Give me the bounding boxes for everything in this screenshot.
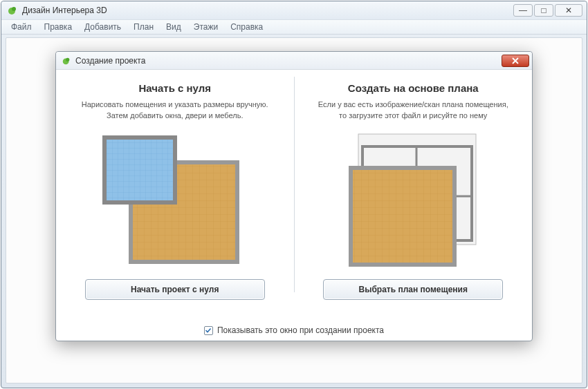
- close-button[interactable]: ✕: [555, 4, 582, 17]
- dialog-close-button[interactable]: [502, 55, 529, 67]
- menu-edit[interactable]: Правка: [39, 21, 78, 33]
- illustration-from-plan: [333, 131, 493, 269]
- maximize-button[interactable]: □: [534, 4, 553, 17]
- window-controls: — □ ✕: [513, 4, 582, 17]
- dialog-icon: [62, 56, 71, 66]
- show-on-create-label: Показывать это окно при создании проекта: [217, 325, 384, 335]
- menu-floors[interactable]: Этажи: [188, 21, 223, 33]
- svg-point-3: [66, 57, 69, 61]
- dialog-body: Начать с нуля Нарисовать помещения и ука…: [56, 70, 532, 320]
- app-title: Дизайн Интерьера 3D: [22, 6, 513, 15]
- close-icon: [512, 57, 519, 64]
- illustration-from-scratch: [95, 131, 255, 269]
- dialog-footer: Показывать это окно при создании проекта: [56, 320, 532, 341]
- heading-from-scratch: Начать с нуля: [138, 82, 211, 94]
- choose-plan-button[interactable]: Выбрать план помещения: [323, 279, 503, 300]
- svg-rect-17: [353, 170, 452, 263]
- desc-from-plan: Если у вас есть изображение/скан плана п…: [318, 99, 508, 122]
- panel-from-plan: Создать на основе плана Если у вас есть …: [295, 70, 533, 320]
- svg-point-1: [12, 7, 16, 11]
- menu-plan[interactable]: План: [128, 21, 159, 33]
- show-on-create-checkbox[interactable]: [204, 326, 213, 335]
- menu-file[interactable]: Файл: [6, 21, 37, 33]
- minimize-button[interactable]: —: [513, 4, 533, 17]
- svg-rect-9: [107, 140, 173, 200]
- dialog-title: Создание проекта: [75, 56, 502, 66]
- menu-help[interactable]: Справка: [225, 21, 268, 33]
- menubar: Файл Правка Добавить План Вид Этажи Спра…: [1, 19, 587, 35]
- app-icon: [7, 5, 18, 16]
- heading-from-plan: Создать на основе плана: [348, 82, 479, 94]
- start-from-scratch-button[interactable]: Начать проект с нуля: [85, 279, 265, 300]
- titlebar: Дизайн Интерьера 3D — □ ✕: [1, 1, 587, 19]
- create-project-dialog: Создание проекта Начать с нуля Нарисоват…: [55, 51, 533, 341]
- app-window: Дизайн Интерьера 3D — □ ✕ Файл Правка До…: [1, 1, 587, 388]
- panel-from-scratch: Начать с нуля Нарисовать помещения и ука…: [56, 70, 294, 320]
- menu-add[interactable]: Добавить: [79, 21, 127, 33]
- dialog-titlebar: Создание проекта: [56, 52, 532, 70]
- check-icon: [205, 327, 212, 334]
- menu-view[interactable]: Вид: [160, 21, 187, 33]
- desc-from-scratch: Нарисовать помещения и указать размеры в…: [82, 99, 268, 122]
